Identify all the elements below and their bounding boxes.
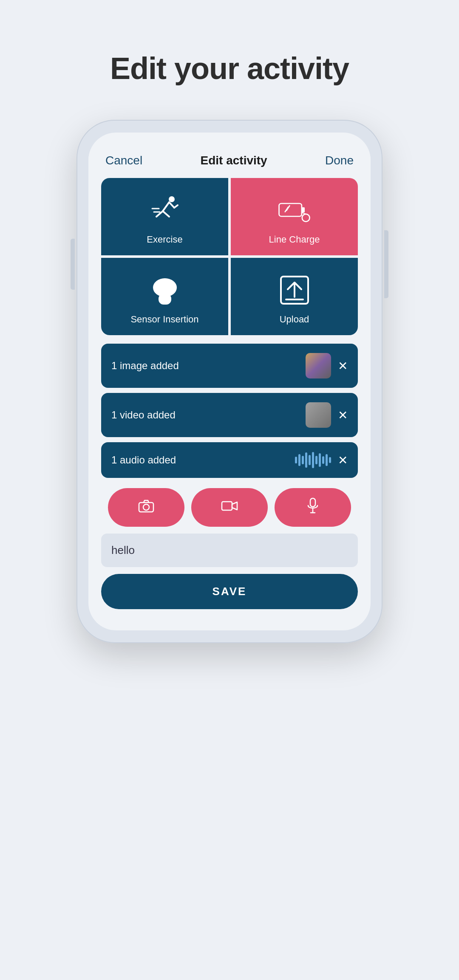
screen-title: Edit activity — [201, 154, 267, 167]
image-thumbnail-preview — [306, 353, 331, 378]
wave-bar-8 — [319, 453, 321, 467]
upload-icon — [278, 273, 312, 307]
capture-section — [101, 488, 358, 527]
sensor-insertion-label: Sensor Insertion — [130, 314, 198, 325]
media-item-video: 1 video added ✕ — [101, 393, 358, 437]
video-icon — [221, 500, 238, 515]
mic-icon — [306, 497, 319, 517]
sensor-icon — [148, 273, 182, 307]
save-button[interactable]: SAVE — [101, 574, 358, 609]
activity-card-upload[interactable]: Upload — [231, 258, 358, 335]
exercise-icon — [148, 193, 182, 227]
wave-bar-5 — [309, 455, 311, 465]
svg-rect-8 — [279, 203, 301, 216]
activity-card-sensor-insertion[interactable]: Sensor Insertion — [101, 258, 228, 335]
svg-rect-23 — [310, 498, 315, 507]
image-item-label: 1 image added — [111, 360, 179, 372]
done-button[interactable]: Done — [325, 154, 354, 167]
svg-point-13 — [302, 214, 309, 222]
screen-header: Cancel Edit activity Done — [88, 150, 371, 178]
wave-bar-1 — [295, 457, 297, 463]
wave-bar-7 — [315, 456, 317, 464]
svg-point-0 — [169, 196, 175, 202]
svg-rect-16 — [159, 294, 171, 305]
video-thumbnail — [306, 402, 331, 428]
media-item-image: 1 image added ✕ — [101, 344, 358, 388]
camera-icon — [138, 499, 154, 516]
exercise-label: Exercise — [147, 234, 182, 245]
audio-item-right: ✕ — [295, 452, 348, 469]
activity-card-line-charge[interactable]: Line Charge — [231, 178, 358, 255]
svg-point-21 — [143, 504, 149, 510]
svg-line-14 — [301, 212, 306, 214]
activity-card-exercise[interactable]: Exercise — [101, 178, 228, 255]
audio-remove-button[interactable]: ✕ — [338, 453, 348, 467]
line-charge-icon — [278, 193, 312, 227]
note-input[interactable] — [101, 534, 358, 567]
save-section: SAVE — [101, 574, 358, 609]
video-capture-button[interactable] — [191, 488, 268, 527]
video-remove-button[interactable]: ✕ — [338, 408, 348, 422]
media-item-audio: 1 audio added — [101, 442, 358, 478]
svg-line-3 — [163, 211, 169, 217]
wave-bar-11 — [329, 457, 331, 463]
camera-button[interactable] — [108, 488, 184, 527]
svg-rect-22 — [222, 502, 232, 510]
svg-line-1 — [163, 202, 169, 211]
text-input-section — [101, 534, 358, 567]
audio-waveform — [295, 452, 331, 469]
image-thumbnail — [306, 353, 331, 378]
video-item-right: ✕ — [306, 402, 348, 428]
wave-bar-6 — [312, 452, 314, 468]
upload-label: Upload — [280, 314, 309, 325]
phone-frame: Cancel Edit activity Done — [76, 120, 382, 643]
wave-bar-10 — [326, 454, 328, 466]
page-wrapper: Edit your activity Cancel Edit activity … — [0, 0, 459, 980]
media-section: 1 image added ✕ 1 video added — [101, 344, 358, 478]
svg-rect-9 — [301, 207, 304, 212]
svg-line-5 — [174, 205, 178, 208]
video-thumbnail-preview — [306, 402, 331, 428]
page-title: Edit your activity — [110, 51, 349, 86]
cancel-button[interactable]: Cancel — [105, 154, 142, 167]
wave-bar-3 — [302, 456, 304, 464]
video-item-label: 1 video added — [111, 409, 176, 421]
wave-bar-9 — [322, 456, 324, 464]
activity-grid: Exercise — [101, 178, 358, 335]
wave-bar-2 — [298, 454, 300, 466]
wave-bar-4 — [305, 452, 307, 468]
phone-screen: Cancel Edit activity Done — [88, 133, 371, 630]
svg-line-4 — [169, 202, 174, 208]
image-remove-button[interactable]: ✕ — [338, 359, 348, 373]
image-item-right: ✕ — [306, 353, 348, 378]
line-charge-label: Line Charge — [269, 234, 320, 245]
mic-button[interactable] — [275, 488, 351, 527]
audio-item-label: 1 audio added — [111, 454, 176, 466]
